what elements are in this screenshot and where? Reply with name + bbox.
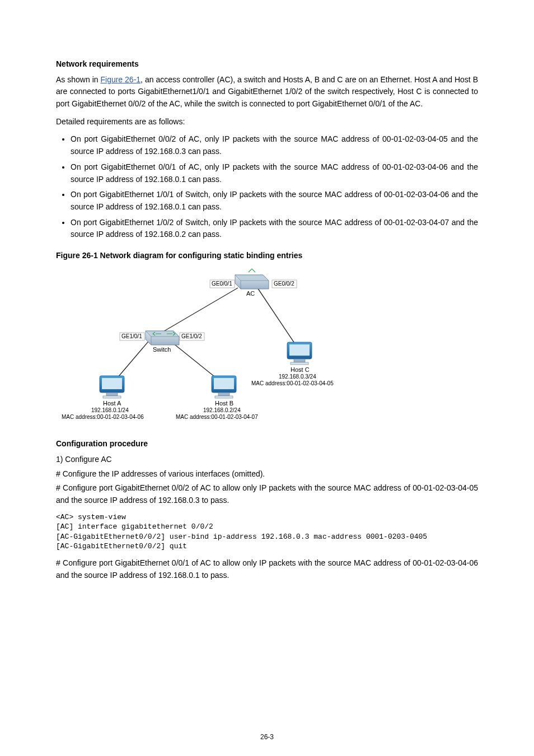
svg-rect-13 (103, 396, 121, 398)
list-item: On port GigabitEthernet 1/0/1 of Switch,… (71, 189, 478, 213)
svg-line-0 (160, 288, 238, 334)
figure-caption: Figure 26-1 Network diagram for configur… (56, 250, 478, 262)
config-line-3: # Configure port GigabitEthernet 0/0/1 o… (56, 557, 478, 581)
detailed-requirements-line: Detailed requirements are as follows: (56, 116, 478, 128)
svg-marker-8 (146, 331, 179, 337)
list-item: On port GigabitEthernet 0/0/1 of AC, onl… (71, 161, 478, 185)
hostA-name: Host A (103, 400, 121, 407)
requirements-list: On port GigabitEthernet 0/0/2 of AC, onl… (56, 133, 478, 241)
svg-line-1 (257, 288, 299, 351)
svg-rect-12 (106, 393, 118, 396)
host-a-icon (100, 376, 124, 398)
ac-device-icon (235, 269, 269, 289)
list-item: On port GigabitEthernet 0/0/2 of AC, onl… (71, 133, 478, 157)
svg-rect-21 (291, 362, 308, 365)
intro-pre-link: As shown in (56, 75, 100, 84)
ge101-label: GE1/0/1 (121, 333, 142, 339)
heading-network-requirements: Network requirements (56, 58, 478, 71)
host-b-icon (212, 376, 236, 398)
host-c-icon (287, 342, 312, 365)
hostB-ip: 192.168.0.2/24 (203, 407, 241, 413)
ac-label: AC (246, 290, 255, 297)
figure-caption-prefix: Figure 26-1 (56, 251, 98, 260)
hostC-mac: MAC address:00-01-02-03-04-05 (251, 380, 334, 386)
page-number: 26-3 (0, 732, 534, 743)
svg-rect-19 (289, 344, 310, 356)
hostB-mac: MAC address:00-01-02-03-04-07 (176, 414, 258, 420)
svg-rect-20 (294, 359, 305, 362)
svg-rect-16 (218, 393, 229, 396)
hostC-name: Host C (291, 366, 310, 373)
config-line-1: # Configure the IP addresses of various … (56, 468, 478, 480)
svg-rect-15 (214, 378, 234, 389)
intro-paragraph: As shown in Figure 26-1, an access contr… (56, 74, 478, 110)
ge002-label: GE0/0/2 (274, 281, 294, 287)
figure-link[interactable]: Figure 26-1 (100, 75, 140, 84)
hostA-mac: MAC address:00-01-02-03-04-06 (62, 414, 144, 420)
ge102-label: GE1/0/2 (181, 333, 202, 339)
svg-rect-17 (215, 396, 233, 398)
config-line-2: # Configure port GigabitEthernet 0/0/2 o… (56, 482, 478, 506)
figure-caption-text: Network diagram for configuring static b… (98, 251, 303, 260)
switch-device-icon (146, 331, 179, 345)
hostA-ip: 192.168.0.1/24 (91, 407, 129, 413)
hostB-name: Host B (215, 400, 233, 407)
list-item: On port GigabitEthernet 1/0/2 of Switch,… (71, 217, 478, 241)
command-block-1: <AC> system-view [AC] interface gigabite… (56, 512, 478, 552)
network-diagram: GE0/0/1 GE0/0/2 AC GE1/0/1 GE1/0/2 Switc… (56, 267, 381, 427)
hostC-ip: 192.168.0.3/24 (279, 374, 316, 380)
ge001-label: GE0/0/1 (212, 281, 232, 287)
svg-rect-11 (102, 378, 122, 389)
switch-label: Switch (153, 346, 171, 353)
svg-marker-5 (235, 275, 269, 281)
heading-configuration-procedure: Configuration procedure (56, 438, 478, 450)
step1-heading: 1) Configure AC (56, 454, 478, 466)
